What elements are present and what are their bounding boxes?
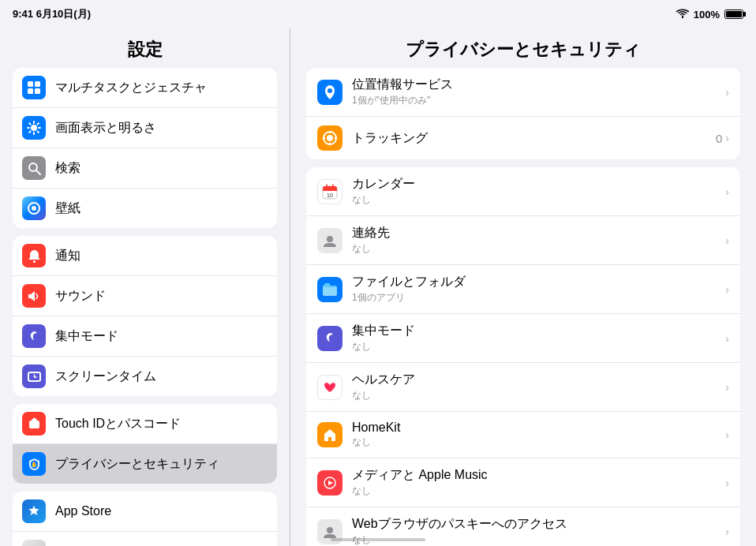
- sidebar-item-multitask[interactable]: マルチタスクとジェスチャ: [13, 68, 277, 108]
- right-group-2: 10 カレンダー なし ›: [306, 167, 740, 546]
- svg-rect-24: [32, 417, 36, 421]
- sidebar-item-sound[interactable]: サウンド: [13, 276, 277, 316]
- right-item-media[interactable]: メディアと Apple Music なし ›: [306, 458, 740, 507]
- sidebar-item-label: 画面表示と明るさ: [55, 120, 156, 136]
- webpasskey-content: Webブラウザのパスキーへのアクセス なし: [352, 516, 725, 546]
- homekit-content: HomeKit なし: [352, 421, 725, 449]
- sidebar-group-1: マルチタスクとジェスチャ: [13, 68, 277, 228]
- right-item-files[interactable]: ファイルとフォルダ 1個のアプリ ›: [306, 265, 740, 314]
- chevron-icon: ›: [725, 185, 729, 198]
- sidebar-item-touchid[interactable]: Touch IDとパスコード: [13, 404, 277, 444]
- sidebar-item-wallpaper[interactable]: 壁紙: [13, 189, 277, 228]
- chevron-icon: ›: [725, 477, 729, 489]
- sidebar-item-label: App Store: [55, 504, 111, 518]
- status-time: 9:41 6月10日(月): [13, 7, 91, 21]
- gamecenter-icon: [22, 540, 46, 546]
- status-right: 100%: [676, 9, 743, 21]
- svg-line-10: [38, 132, 39, 133]
- display-icon: [22, 116, 46, 140]
- right-item-location[interactable]: 位置情報サービス 1個が"使用中のみ" ›: [306, 68, 740, 117]
- contacts-content: 連絡先 なし: [352, 225, 725, 256]
- sidebar-item-label: Touch IDとパスコード: [55, 416, 181, 432]
- privacy-icon: ✋: [22, 452, 46, 476]
- location-title: 位置情報サービス: [352, 77, 725, 93]
- calendar-title: カレンダー: [352, 176, 725, 193]
- battery-icon: [724, 9, 743, 19]
- sidebar-title: 設定: [0, 28, 290, 68]
- right-item-homekit[interactable]: HomeKit なし ›: [306, 412, 740, 458]
- svg-marker-18: [28, 291, 35, 301]
- svg-rect-42: [323, 189, 337, 191]
- calendar-content: カレンダー なし: [352, 176, 725, 207]
- focus2-subtitle: なし: [352, 340, 725, 353]
- svg-point-16: [32, 206, 36, 211]
- sidebar-group-3: Touch IDとパスコード ✋ プライバシーとセキュリティ: [13, 404, 277, 484]
- chevron-icon: ›: [725, 86, 729, 99]
- chevron-icon: ›: [725, 234, 729, 247]
- media-title: メディアと Apple Music: [352, 467, 725, 484]
- svg-rect-3: [35, 88, 40, 94]
- files-subtitle: 1個のアプリ: [352, 291, 725, 305]
- svg-line-9: [29, 123, 30, 124]
- notification-icon: [22, 244, 46, 267]
- svg-text:✋: ✋: [31, 461, 38, 468]
- files-icon: [317, 277, 342, 302]
- appstore-icon: [22, 499, 46, 523]
- main-layout: 設定 マルチタスクとジェスチャ: [0, 28, 756, 546]
- svg-point-17: [33, 260, 36, 263]
- sidebar-item-gamecenter[interactable]: Game Center: [13, 532, 277, 546]
- focus2-title: 集中モード: [352, 323, 725, 339]
- files-title: ファイルとフォルダ: [352, 274, 725, 290]
- sidebar-item-label: スクリーンタイム: [55, 368, 156, 385]
- health-title: ヘルスケア: [352, 372, 725, 388]
- contacts-title: 連絡先: [352, 225, 725, 241]
- wallpaper-icon: [22, 196, 46, 220]
- sidebar-item-appstore[interactable]: App Store: [13, 492, 277, 532]
- health-subtitle: なし: [352, 389, 725, 402]
- health-icon: [317, 375, 342, 400]
- svg-point-46: [327, 236, 333, 242]
- sidebar-item-privacy[interactable]: ✋ プライバシーとセキュリティ: [13, 444, 277, 484]
- sidebar-item-display[interactable]: 画面表示と明るさ: [13, 108, 277, 148]
- homekit-subtitle: なし: [352, 436, 725, 449]
- location-icon: [317, 80, 342, 105]
- right-panel-title: プライバシーとセキュリティ: [290, 28, 756, 68]
- tracking-icon: [317, 125, 342, 151]
- calendar-subtitle: なし: [352, 193, 725, 207]
- search-icon: [22, 156, 46, 180]
- health-content: ヘルスケア なし: [352, 372, 725, 402]
- sidebar-group-2: 通知 サウンド: [13, 236, 277, 396]
- sidebar-item-focus[interactable]: 集中モード: [13, 316, 277, 357]
- right-item-health[interactable]: ヘルスケア なし ›: [306, 363, 740, 412]
- status-bar: 9:41 6月10日(月) 100%: [0, 0, 756, 28]
- files-content: ファイルとフォルダ 1個のアプリ: [352, 274, 725, 305]
- sidebar-item-notification[interactable]: 通知: [13, 236, 277, 276]
- focus2-icon: [317, 326, 342, 351]
- chevron-icon: ›: [725, 525, 729, 538]
- right-item-calendar[interactable]: 10 カレンダー なし ›: [306, 167, 740, 216]
- sidebar-item-label: 検索: [55, 160, 80, 177]
- right-item-tracking[interactable]: トラッキング 0 ›: [306, 117, 740, 159]
- location-subtitle: 1個が"使用中のみ": [352, 94, 725, 107]
- right-group-1: 位置情報サービス 1個が"使用中のみ" ›: [306, 68, 740, 159]
- right-item-focus2[interactable]: 集中モード なし ›: [306, 314, 740, 363]
- sidebar-item-label: 壁紙: [55, 200, 80, 217]
- chevron-icon: ›: [725, 132, 729, 144]
- right-item-contacts[interactable]: 連絡先 なし ›: [306, 216, 740, 265]
- homekit-title: HomeKit: [352, 421, 725, 435]
- sidebar-item-search[interactable]: 検索: [13, 148, 277, 189]
- contacts-icon: [317, 228, 342, 253]
- touchid-icon: [22, 412, 46, 436]
- wifi-icon: [676, 9, 689, 21]
- svg-rect-1: [35, 81, 40, 87]
- svg-line-14: [36, 170, 40, 174]
- media-subtitle: なし: [352, 484, 725, 498]
- right-panel: プライバシーとセキュリティ 位置情報サービス 1個が"使用中のみ": [290, 28, 756, 546]
- calendar-icon: 10: [317, 179, 342, 204]
- multitask-icon: [22, 76, 46, 99]
- chevron-icon: ›: [725, 332, 729, 345]
- focus2-content: 集中モード なし: [352, 323, 725, 353]
- screentime-icon: [22, 365, 46, 388]
- sidebar-item-screentime[interactable]: スクリーンタイム: [13, 357, 277, 396]
- location-content: 位置情報サービス 1個が"使用中のみ": [352, 77, 725, 107]
